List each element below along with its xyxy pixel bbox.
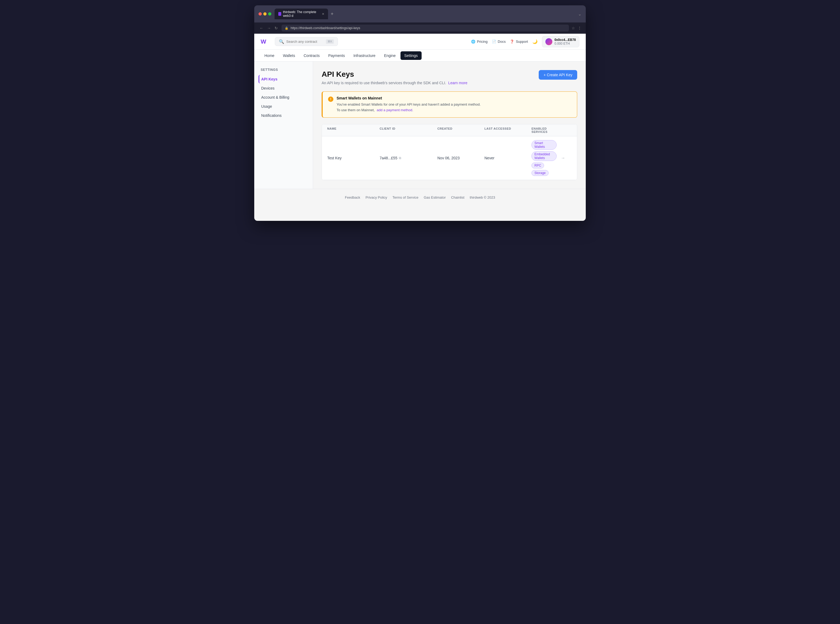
- footer-chainlist[interactable]: Chainlist: [451, 195, 464, 199]
- back-button[interactable]: ←: [258, 25, 264, 31]
- support-label: Support: [516, 40, 528, 43]
- nav-buttons: ← → ↻: [258, 25, 279, 31]
- reload-button[interactable]: ↻: [273, 25, 279, 31]
- badge-embedded-wallets[interactable]: Embedded Wallets: [531, 151, 557, 161]
- wallet-badge[interactable]: 0x0cc4...EB78 0.000 ETH: [542, 36, 579, 47]
- wallet-info: 0x0cc4...EB78 0.000 ETH: [554, 38, 576, 45]
- col-client-id: CLIENT ID: [380, 127, 433, 133]
- maximize-button[interactable]: [268, 12, 271, 15]
- sidebar-item-api-keys[interactable]: API Keys: [258, 75, 309, 83]
- footer-copyright: thirdweb © 2023: [470, 195, 495, 199]
- alert-content: Smart Wallets on Mainnet You've enabled …: [337, 96, 571, 113]
- col-arrow: [561, 127, 571, 133]
- col-created: CREATED: [437, 127, 480, 133]
- docs-label: Docs: [498, 40, 506, 43]
- lock-icon: 🔒: [285, 26, 289, 30]
- nav-payments[interactable]: Payments: [324, 51, 349, 60]
- search-bar[interactable]: 🔍 ⌘K: [275, 37, 338, 46]
- table-header: NAME CLIENT ID CREATED LAST ACCESSED ENA…: [322, 124, 577, 136]
- docs-link[interactable]: 📄 Docs: [492, 40, 506, 43]
- url-text: https://thirdweb.com/dashboard/settings/…: [290, 26, 360, 30]
- page-header: API Keys An API key is required to use t…: [322, 70, 577, 85]
- traffic-lights: [258, 12, 271, 15]
- nav-contracts[interactable]: Contracts: [300, 51, 323, 60]
- new-tab-button[interactable]: +: [329, 11, 335, 17]
- page-header-left: API Keys An API key is required to use t…: [322, 70, 467, 85]
- copy-icon[interactable]: ⧉: [399, 156, 401, 160]
- header-actions: 🌐 Pricing 📄 Docs ❓ Support 🌙 0x0cc4...EB…: [471, 36, 579, 47]
- tab-favicon: [278, 12, 281, 16]
- globe-icon: 🌐: [471, 40, 476, 43]
- app-content: W 🔍 ⌘K 🌐 Pricing 📄 Docs ❓ Suppor: [254, 34, 586, 221]
- badge-rpc[interactable]: RPC: [531, 162, 544, 168]
- add-payment-link[interactable]: add a payment method.: [377, 108, 413, 112]
- create-api-key-button[interactable]: + Create API Key: [539, 70, 577, 80]
- extensions-icon[interactable]: ⋮: [578, 26, 582, 30]
- sidebar-item-usage[interactable]: Usage: [258, 102, 309, 111]
- row-created: Nov 06, 2023: [437, 156, 480, 160]
- alert-title: Smart Wallets on Mainnet: [337, 96, 571, 100]
- footer-feedback[interactable]: Feedback: [345, 195, 360, 199]
- learn-more-link[interactable]: Learn more: [448, 81, 468, 85]
- toolbar-actions: ☆ ⋮: [571, 26, 582, 30]
- bookmark-icon[interactable]: ☆: [571, 26, 575, 30]
- tab-close-icon[interactable]: ✕: [322, 12, 324, 16]
- address-bar[interactable]: 🔒 https://thirdweb.com/dashboard/setting…: [281, 25, 569, 32]
- footer-privacy[interactable]: Privacy Policy: [366, 195, 387, 199]
- forward-button[interactable]: →: [266, 25, 272, 31]
- nav-engine[interactable]: Engine: [380, 51, 399, 60]
- nav-settings[interactable]: Settings: [400, 51, 422, 60]
- badge-smart-wallets[interactable]: Smart Wallets: [531, 140, 557, 150]
- page-description: An API key is required to use thirdweb's…: [322, 81, 467, 85]
- main-layout: Settings API Keys Devices Account & Bill…: [254, 62, 586, 189]
- alert-box: ! Smart Wallets on Mainnet You've enable…: [322, 91, 577, 117]
- minimize-button[interactable]: [263, 12, 267, 15]
- page-description-text: An API key is required to use thirdweb's…: [322, 81, 446, 85]
- browser-toolbar: ← → ↻ 🔒 https://thirdweb.com/dashboard/s…: [254, 22, 586, 34]
- sidebar-item-notifications[interactable]: Notifications: [258, 111, 309, 120]
- sidebar-item-devices[interactable]: Devices: [258, 84, 309, 93]
- app-footer: Feedback Privacy Policy Terms of Service…: [254, 189, 586, 206]
- support-icon: ❓: [510, 40, 514, 43]
- api-keys-table: NAME CLIENT ID CREATED LAST ACCESSED ENA…: [322, 124, 577, 180]
- table-row[interactable]: Test Key 7a48...£55 ⧉ Nov 06, 2023 Never…: [322, 136, 577, 180]
- alert-body: You've enabled Smart Wallets for one of …: [337, 102, 571, 113]
- nav-home[interactable]: Home: [261, 51, 278, 60]
- badges-container: Smart Wallets Embedded Wallets RPC Stora…: [531, 140, 557, 176]
- sidebar-title: Settings: [258, 68, 309, 72]
- sidebar-item-account-billing[interactable]: Account & Billing: [258, 93, 309, 102]
- close-button[interactable]: [258, 12, 262, 15]
- search-input[interactable]: [286, 40, 324, 43]
- wallet-address: 0x0cc4...EB78: [554, 38, 576, 42]
- footer-terms[interactable]: Terms of Service: [392, 195, 418, 199]
- badge-storage[interactable]: Storage: [531, 170, 548, 176]
- window-controls: ⌄: [578, 11, 582, 17]
- sidebar: Settings API Keys Devices Account & Bill…: [254, 62, 313, 189]
- support-link[interactable]: ❓ Support: [510, 40, 528, 43]
- pricing-link[interactable]: 🌐 Pricing: [471, 40, 488, 43]
- app-logo[interactable]: W: [261, 38, 266, 45]
- row-last-accessed: Never: [485, 156, 527, 160]
- browser-tabs: thirdweb: The complete web3 d ✕ +: [275, 9, 575, 19]
- theme-toggle-button[interactable]: 🌙: [532, 39, 537, 44]
- row-name: Test Key: [327, 156, 375, 160]
- row-arrow-icon[interactable]: →: [561, 156, 571, 161]
- app-nav: Home Wallets Contracts Payments Infrastr…: [254, 50, 586, 62]
- client-id-text: 7a48...£55: [380, 156, 397, 160]
- browser-titlebar: thirdweb: The complete web3 d ✕ + ⌄: [254, 5, 586, 22]
- alert-body-line1: You've enabled Smart Wallets for one of …: [337, 102, 481, 107]
- alert-icon: !: [328, 97, 334, 102]
- pricing-label: Pricing: [477, 40, 488, 43]
- content-area: API Keys An API key is required to use t…: [313, 62, 586, 189]
- tab-title: thirdweb: The complete web3 d: [283, 10, 319, 18]
- logo-mark: W: [261, 38, 266, 45]
- page-title: API Keys: [322, 70, 467, 79]
- footer-gas[interactable]: Gas Estimator: [424, 195, 446, 199]
- active-tab[interactable]: thirdweb: The complete web3 d ✕: [275, 9, 328, 19]
- wallet-balance: 0.000 ETH: [554, 42, 576, 45]
- col-services: ENABLED SERVICES: [531, 127, 557, 133]
- search-icon: 🔍: [279, 39, 284, 44]
- nav-wallets[interactable]: Wallets: [279, 51, 299, 60]
- col-name: NAME: [327, 127, 375, 133]
- nav-infrastructure[interactable]: Infrastructure: [350, 51, 379, 60]
